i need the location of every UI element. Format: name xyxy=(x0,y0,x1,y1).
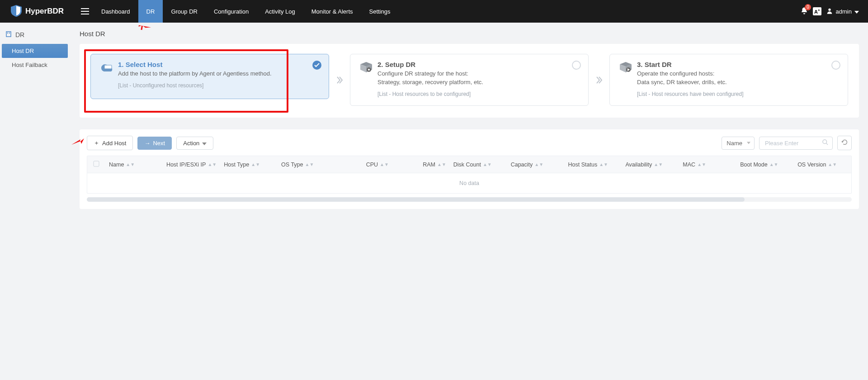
nav-configuration[interactable]: Configuration xyxy=(206,0,257,23)
svg-rect-5 xyxy=(7,33,8,33)
main-content: Host DR 1. Select Host Add the host to t… xyxy=(71,23,868,380)
sidebar: DR Host DR Host Failback xyxy=(0,23,71,380)
step-2-desc: Configure DR strategy for the host: xyxy=(377,70,561,77)
col-mac[interactable]: MAC▲▼ xyxy=(679,156,736,173)
search-input[interactable] xyxy=(763,137,822,149)
host-table: Name▲▼ Host IP/ESXi IP▲▼ Host Type▲▼ OS … xyxy=(87,156,852,194)
step-2-desc2: Strategy, storage, recovery platform, et… xyxy=(377,79,561,86)
add-host-button[interactable]: ＋ Add Host xyxy=(87,136,133,150)
scrollbar-thumb[interactable] xyxy=(87,197,745,202)
table-header: Name▲▼ Host IP/ESXi IP▲▼ Host Type▲▼ OS … xyxy=(87,156,851,173)
svg-rect-6 xyxy=(9,33,10,33)
action-dropdown[interactable]: Action xyxy=(176,137,213,150)
chevron-right-icon xyxy=(332,76,347,84)
svg-rect-4 xyxy=(6,32,11,37)
svg-line-15 xyxy=(826,143,828,145)
brand-text: HyperBDR xyxy=(25,7,64,16)
step-3-desc2: Data sync, DR takeover, drills, etc. xyxy=(637,79,821,86)
step-1-title: 1. Select Host xyxy=(118,61,302,68)
nav-dr[interactable]: DR xyxy=(138,0,163,23)
step-3-start-dr[interactable]: 3. Start DR Operate the configured hosts… xyxy=(609,54,848,106)
user-menu[interactable]: admin xyxy=(826,7,859,16)
step-3-desc: Operate the configured hosts: xyxy=(637,70,821,77)
col-cpu[interactable]: CPU▲▼ xyxy=(335,156,392,173)
annotation-arrow-add-host xyxy=(71,138,84,149)
top-header: HyperBDR Dashboard DR Group DR Configura… xyxy=(0,0,868,23)
next-label: Next xyxy=(153,140,165,147)
col-boot-mode[interactable]: Boot Mode▲▼ xyxy=(736,156,794,173)
col-host-ip[interactable]: Host IP/ESXi IP▲▼ xyxy=(163,156,220,173)
svg-point-10 xyxy=(368,69,370,71)
select-all-column[interactable] xyxy=(87,156,105,173)
refresh-button[interactable] xyxy=(837,136,852,150)
sort-icon: ▲▼ xyxy=(599,163,608,166)
sort-icon: ▲▼ xyxy=(380,163,389,166)
sidebar-item-host-dr[interactable]: Host DR xyxy=(2,44,68,58)
user-name: admin xyxy=(836,8,852,15)
step-1-select-host[interactable]: 1. Select Host Add the host to the platf… xyxy=(90,54,329,99)
col-host-status[interactable]: Host Status▲▼ xyxy=(565,156,622,173)
sort-icon: ▲▼ xyxy=(126,163,135,166)
search-icon[interactable] xyxy=(822,139,829,147)
col-ram[interactable]: RAM▲▼ xyxy=(392,156,450,173)
sort-icon: ▲▼ xyxy=(534,163,543,166)
sort-icon: ▲▼ xyxy=(483,163,492,166)
col-host-type[interactable]: Host Type▲▼ xyxy=(220,156,278,173)
col-availability[interactable]: Availability▲▼ xyxy=(622,156,679,173)
nav-dashboard[interactable]: Dashboard xyxy=(93,0,138,23)
arrow-right-icon: → xyxy=(144,140,150,147)
table-empty: No data xyxy=(87,173,851,193)
sidebar-section-dr[interactable]: DR xyxy=(0,28,71,41)
step-2-title: 2. Setup DR xyxy=(377,61,561,68)
step-1-complete-icon xyxy=(312,61,321,71)
search-box xyxy=(759,137,833,150)
chevron-down-icon xyxy=(854,8,859,15)
svg-rect-0 xyxy=(81,8,89,9)
hamburger-toggle[interactable] xyxy=(77,8,93,14)
sort-icon: ▲▼ xyxy=(654,163,663,166)
sort-icon: ▲▼ xyxy=(208,163,217,166)
checkbox-icon xyxy=(93,161,99,168)
plus-icon: ＋ xyxy=(94,139,99,147)
nav-monitor-alerts[interactable]: Monitor & Alerts xyxy=(303,0,361,23)
horizontal-scrollbar[interactable] xyxy=(87,197,852,202)
svg-rect-7 xyxy=(104,65,112,69)
brand-block: HyperBDR xyxy=(0,5,77,18)
step-cards: 1. Select Host Add the host to the platf… xyxy=(80,44,859,118)
host-cloud-icon xyxy=(99,62,114,76)
svg-point-14 xyxy=(823,140,827,144)
notifications-button[interactable]: 0 xyxy=(800,7,808,16)
svg-point-13 xyxy=(832,61,840,69)
nav-group-dr[interactable]: Group DR xyxy=(163,0,206,23)
col-os-version[interactable]: OS Version▲▼ xyxy=(794,156,851,173)
col-disk-count[interactable]: Disk Count▲▼ xyxy=(450,156,507,173)
chevron-down-icon xyxy=(202,140,207,147)
next-button[interactable]: → Next xyxy=(137,137,172,150)
step-3-pending-icon xyxy=(831,61,840,71)
filter-field-select[interactable]: Name xyxy=(722,137,755,150)
step-2-list: [List - Host resources to be configured] xyxy=(377,91,561,97)
col-os-type[interactable]: OS Type▲▼ xyxy=(278,156,335,173)
host-toolbar-card: ＋ Add Host → Next Action Name xyxy=(80,129,859,209)
notif-badge: 0 xyxy=(805,4,811,10)
building-icon xyxy=(5,31,12,38)
col-capacity[interactable]: Capacity▲▼ xyxy=(507,156,565,173)
nav-activity-log[interactable]: Activity Log xyxy=(257,0,303,23)
step-1-desc: Add the host to the platform by Agent or… xyxy=(118,70,302,77)
svg-point-11 xyxy=(572,61,580,69)
sort-icon: ▲▼ xyxy=(828,163,837,166)
header-actions: 0 A+ admin xyxy=(800,7,859,16)
play-box-icon xyxy=(618,62,633,76)
refresh-icon xyxy=(841,139,848,147)
filter-field-value: Name xyxy=(726,140,742,147)
sidebar-item-host-failback[interactable]: Host Failback xyxy=(2,58,68,72)
step-3-list: [List - Host resources have been configu… xyxy=(637,91,821,97)
step-1-list: [List - Unconfigured host resources] xyxy=(118,82,302,89)
svg-rect-2 xyxy=(81,14,89,14)
shield-logo-icon xyxy=(11,5,22,18)
step-2-setup-dr[interactable]: 2. Setup DR Configure DR strategy for th… xyxy=(350,54,589,106)
gear-box-icon xyxy=(359,62,374,76)
col-name[interactable]: Name▲▼ xyxy=(105,156,163,173)
nav-settings[interactable]: Settings xyxy=(361,0,399,23)
language-toggle[interactable]: A+ xyxy=(813,7,821,15)
